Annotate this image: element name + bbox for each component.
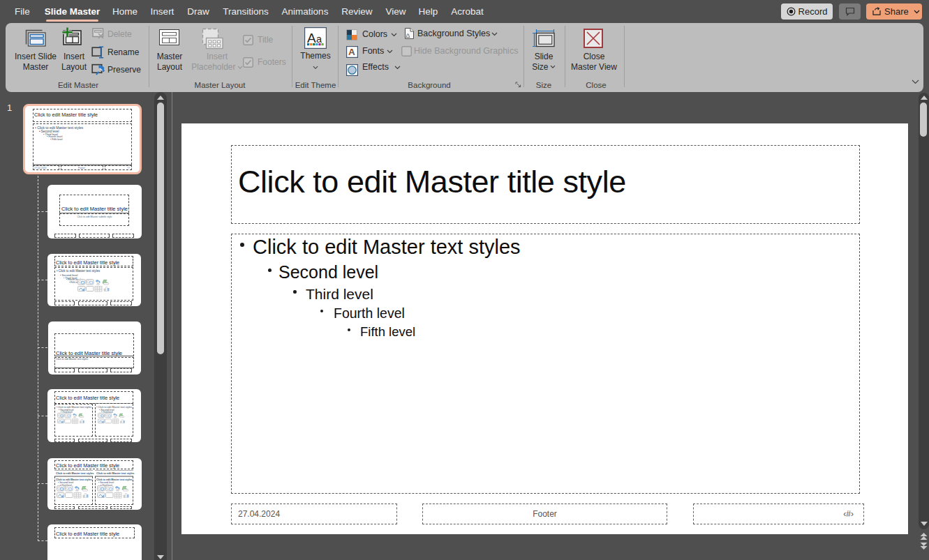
svg-text:a: a <box>316 33 322 45</box>
svg-text:A: A <box>348 47 355 57</box>
svg-text:A: A <box>307 31 316 45</box>
